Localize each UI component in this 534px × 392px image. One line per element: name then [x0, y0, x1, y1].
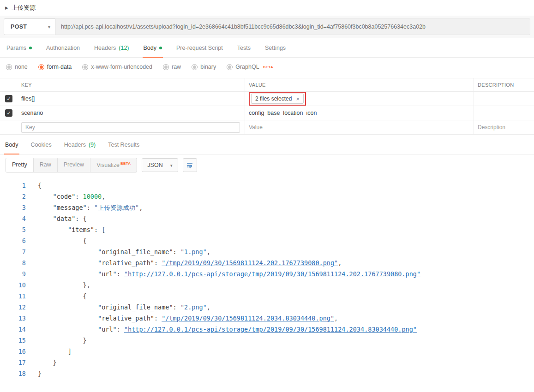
json-token [38, 292, 83, 300]
clear-files-icon[interactable]: × [296, 96, 300, 102]
line-number: 16 [0, 346, 26, 357]
json-token: "code" [53, 193, 76, 200]
line-number: 12 [0, 302, 26, 313]
param-description[interactable] [474, 92, 534, 106]
param-description[interactable] [474, 106, 534, 120]
row-checkbox[interactable] [5, 95, 12, 102]
new-value-input[interactable]: Value [249, 124, 263, 131]
json-link[interactable]: "http://127.0.0.1/pcs-api/storage/tmp/20… [124, 326, 417, 333]
response-tab-headers[interactable]: Headers (9) [63, 142, 97, 154]
tab-label: Authorization [46, 45, 80, 51]
code-line: "relative_path": "/tmp/2019/09/30/156981… [38, 257, 534, 268]
bodytype-label: binary [200, 64, 216, 70]
response-toolbar: Pretty Raw Preview VisualizeBETA JSON ▾ [0, 154, 534, 176]
json-token: , [139, 204, 143, 211]
code-line: "url": "http://127.0.0.1/pcs-api/storage… [38, 324, 534, 335]
line-number: 6 [0, 235, 26, 246]
bodytype-graphql[interactable]: GraphQL BETA [227, 64, 273, 70]
annotation-red-box: 2 files selected × [249, 92, 306, 106]
radio-icon [227, 64, 233, 70]
table-row: scenario config_base_location_icon [0, 106, 534, 120]
request-tabs: Params Authorization Headers (12) Body P… [0, 38, 534, 58]
param-key[interactable]: files[] [21, 95, 35, 102]
response-tabs: Body Cookies Headers (9) Test Results [0, 136, 534, 154]
tab-label: Params [6, 45, 26, 51]
code-content: { "code": 10000, "message": "上传资源成功", "d… [38, 180, 534, 379]
code-line: "original_file_name": "1.png", [38, 246, 534, 257]
line-number: 13 [0, 313, 26, 324]
view-preview-button[interactable]: Preview [58, 158, 90, 172]
params-dot-indicator [29, 47, 32, 49]
bodytype-label: form-data [47, 64, 72, 70]
code-line: { [38, 291, 534, 302]
code-line: { [38, 180, 534, 191]
json-token: "url" [98, 326, 117, 333]
format-dropdown[interactable]: JSON ▾ [142, 158, 178, 172]
line-number: 10 [0, 279, 26, 291]
json-token [38, 303, 98, 311]
code-line: } [38, 368, 534, 379]
view-raw-button[interactable]: Raw [34, 158, 58, 172]
bodytype-raw[interactable]: raw [163, 64, 181, 70]
row-checkbox[interactable] [5, 109, 12, 117]
new-description-input[interactable]: Description [478, 124, 505, 131]
method-dropdown[interactable]: POST ▾ [4, 18, 55, 35]
response-tab-test-results[interactable]: Test Results [107, 142, 140, 154]
tab-label: Body [5, 142, 18, 148]
tab-headers[interactable]: Headers (12) [93, 45, 130, 57]
json-token: }, [83, 281, 90, 289]
bodytype-x-www-form-urlencoded[interactable]: x-www-form-urlencoded [82, 64, 152, 70]
files-selected-chip[interactable]: 2 files selected × [251, 94, 304, 104]
line-number: 14 [0, 324, 26, 335]
line-number: 3 [0, 202, 26, 213]
files-selected-label: 2 files selected [255, 95, 292, 102]
tab-params[interactable]: Params [6, 45, 33, 57]
body-type-selector: none form-data x-www-form-urlencoded raw… [0, 59, 534, 75]
json-token: "2.png" [180, 303, 207, 311]
json-token [38, 226, 68, 233]
code-line: "relative_path": "/tmp/2019/09/30/156981… [38, 313, 534, 324]
code-line: ] [38, 346, 534, 357]
code-line: "items": [ [38, 224, 534, 235]
json-token: "上传资源成功" [94, 204, 139, 211]
line-number: 8 [0, 257, 26, 268]
code-line: "original_file_name": "2.png", [38, 302, 534, 313]
json-token: "data" [53, 215, 76, 222]
tab-label: Headers [64, 142, 86, 148]
json-token: { [83, 292, 87, 300]
response-tab-body[interactable]: Body [4, 142, 19, 154]
tab-pre-request-script[interactable]: Pre-request Script [175, 45, 224, 57]
view-pretty-button[interactable]: Pretty [6, 158, 34, 172]
radio-icon [82, 64, 88, 70]
code-line: } [38, 357, 534, 368]
bodytype-none[interactable]: none [6, 64, 28, 70]
view-visualize-button[interactable]: VisualizeBETA [90, 158, 137, 172]
json-token: : { [75, 215, 86, 222]
json-token: 10000 [83, 193, 102, 200]
wrap-text-button[interactable] [183, 158, 197, 172]
tab-tests[interactable]: Tests [236, 45, 252, 57]
json-link[interactable]: "http://127.0.0.1/pcs-api/storage/tmp/20… [124, 270, 420, 278]
bodytype-binary[interactable]: binary [192, 64, 216, 70]
param-value[interactable]: config_base_location_icon [249, 110, 317, 116]
tab-authorization[interactable]: Authorization [45, 45, 81, 57]
json-link[interactable]: "/tmp/2019/09/30/1569811124.202.17677390… [162, 259, 338, 267]
tab-settings[interactable]: Settings [264, 45, 287, 57]
line-number: 5 [0, 224, 26, 235]
json-link[interactable]: "/tmp/2019/09/30/1569811124.2034.8303444… [162, 315, 334, 322]
body-dot-indicator [159, 47, 162, 49]
visualize-beta-badge: BETA [120, 161, 131, 166]
tab-body[interactable]: Body [143, 45, 163, 57]
new-key-input[interactable]: Key [21, 122, 240, 133]
line-number: 9 [0, 268, 26, 279]
bodytype-form-data[interactable]: form-data [38, 64, 72, 70]
json-token: } [38, 370, 42, 377]
collapse-caret-icon[interactable]: ▶ [5, 6, 8, 10]
param-key[interactable]: scenario [21, 110, 43, 116]
header-checkbox-column [0, 78, 18, 91]
url-input[interactable]: http://api.pcs-api.localhost/v1/assets/u… [55, 18, 530, 35]
code-line: "message": "上传资源成功", [38, 202, 534, 213]
response-tab-cookies[interactable]: Cookies [30, 142, 53, 154]
json-token [38, 248, 98, 255]
json-token: , [334, 315, 338, 322]
